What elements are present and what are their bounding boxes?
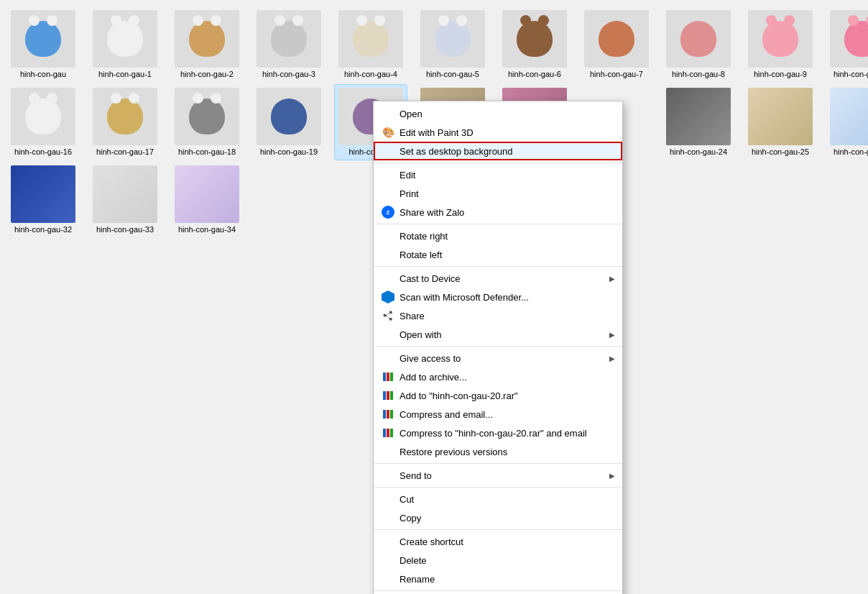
file-item[interactable]: hinh-con-gau-32 [7,163,79,237]
menu-item-set-desktop-bg[interactable]: Set as desktop background [374,142,622,160]
file-item[interactable]: hinh-con-gau-7 [581,7,652,82]
context-menu: Open 🎨 Edit with Paint 3D Set as desktop… [373,101,623,594]
filename: hinh-con-gau-18 [178,147,236,157]
filename: hinh-con-gau-24 [670,147,727,157]
menu-item-edit[interactable]: Edit [374,165,622,184]
filename: hinh-con-gau-16 [14,147,72,157]
filename: hinh-con-gau-8 [672,70,725,79]
file-item[interactable]: hinh-con-gau-10 [826,7,868,82]
file-item[interactable]: hinh-con-gau-33 [89,163,161,237]
submenu-arrow: ▶ [609,355,615,362]
winrar-icon [381,370,395,384]
file-thumbnail [257,88,321,145]
filename: hinh-con-gau-17 [96,147,154,157]
file-item[interactable]: hinh-con-gau-9 [744,7,816,82]
menu-item-share[interactable]: Share [374,306,622,325]
menu-separator [374,266,622,267]
file-thumbnail [748,88,813,145]
menu-separator [374,590,622,591]
filename: hinh-con-gau-34 [178,225,236,234]
menu-separator [374,224,622,224]
filename: hinh-con-gau-3 [262,70,315,79]
share-icon [381,309,395,323]
menu-separator [374,163,622,163]
defender-icon [381,290,395,304]
menu-item-scan-defender[interactable]: Scan with Microsoft Defender... [374,288,622,306]
menu-item-rotate-left[interactable]: Rotate left [374,245,622,264]
menu-item-send-to[interactable]: Send to ▶ [374,466,622,485]
file-item[interactable]: hinh-con-gau-19 [253,85,325,160]
file-thumbnail [11,10,75,68]
file-thumbnail [420,10,485,68]
menu-item-rotate-right[interactable]: Rotate right [374,227,622,245]
file-item[interactable]: hinh-con-gau-26 [826,85,868,160]
menu-item-open-with[interactable]: Open with ▶ [374,325,622,344]
file-item[interactable]: hinh-con-gau-18 [171,85,243,160]
file-thumbnail [584,10,649,68]
file-thumbnail [11,88,75,145]
filename: hinh-con-gau-1 [98,70,152,79]
menu-item-copy[interactable]: Copy [374,508,622,527]
menu-separator [374,487,622,488]
file-item[interactable]: hinh-con-gau-17 [89,85,161,160]
filename: hinh-con-gau-10 [834,70,868,79]
file-thumbnail [175,165,239,223]
menu-item-edit-paint3d[interactable]: 🎨 Edit with Paint 3D [374,123,622,142]
menu-item-give-access[interactable]: Give access to ▶ [374,349,622,367]
file-thumbnail [748,10,813,68]
menu-item-open[interactable]: Open [374,104,622,123]
file-item[interactable]: hinh-con-gau-25 [744,85,816,160]
filename: hinh-con-gau-19 [260,147,318,157]
winrar-icon [381,388,395,403]
file-item[interactable]: hinh-con-gau-16 [7,85,79,160]
filename: hinh-con-gau-7 [590,70,643,79]
file-item[interactable]: hinh-con-gau-2 [171,7,243,82]
file-thumbnail [175,10,239,68]
file-thumbnail [502,10,567,68]
menu-item-compress-email[interactable]: Compress and email... [374,405,622,424]
winrar-icon [381,407,395,421]
menu-separator [374,346,622,347]
filename: hinh-con-gau-33 [96,225,154,234]
filename: hinh-con-gau [20,70,66,79]
filename: hinh-con-gau-25 [752,147,809,157]
menu-item-print[interactable]: Print [374,184,622,203]
filename: hinh-con-gau-5 [426,70,479,79]
menu-item-rename[interactable]: Rename [374,570,622,588]
filename: hinh-con-gau-26 [834,147,868,157]
filename: hinh-con-gau-6 [508,70,561,79]
submenu-arrow: ▶ [609,331,615,339]
filename: hinh-con-gau-2 [180,70,234,79]
submenu-arrow: ▶ [609,472,615,480]
submenu-arrow: ▶ [609,275,615,283]
file-item[interactable]: hinh-con-gau-24 [662,85,734,160]
menu-item-add-archive[interactable]: Add to archive... [374,367,622,386]
menu-item-create-shortcut[interactable]: Create shortcut [374,532,622,551]
menu-item-cut[interactable]: Cut [374,490,622,508]
menu-item-add-rar[interactable]: Add to "hinh-con-gau-20.rar" [374,386,622,405]
file-item[interactable]: hinh-con-gau-6 [499,7,571,82]
file-thumbnail [11,165,75,223]
file-thumbnail [257,10,321,68]
file-item[interactable]: hinh-con-gau-34 [171,163,243,237]
menu-separator [374,463,622,464]
file-item[interactable]: hinh-con-gau-1 [89,7,161,82]
filename: hinh-con-gau-4 [344,70,397,79]
file-item[interactable]: hinh-con-gau-4 [335,7,407,82]
menu-item-restore-versions[interactable]: Restore previous versions [374,442,622,461]
menu-item-delete[interactable]: Delete [374,551,622,570]
paint3d-icon: 🎨 [381,125,395,140]
menu-item-cast-to-device[interactable]: Cast to Device ▶ [374,269,622,288]
file-item[interactable]: hinh-con-gau [7,7,79,82]
file-item[interactable]: hinh-con-gau-8 [662,7,734,82]
file-thumbnail [338,10,403,68]
menu-item-compress-rar-email[interactable]: Compress to "hinh-con-gau-20.rar" and em… [374,424,622,442]
menu-item-share-zalo[interactable]: Z Share with Zalo [374,203,622,221]
menu-separator [374,529,622,530]
file-thumbnail [666,10,731,68]
file-item[interactable]: hinh-con-gau-3 [253,7,325,82]
filename: hinh-con-gau-32 [14,225,72,234]
file-item[interactable]: hinh-con-gau-5 [417,7,489,82]
file-thumbnail [830,88,868,145]
file-thumbnail [93,165,157,223]
